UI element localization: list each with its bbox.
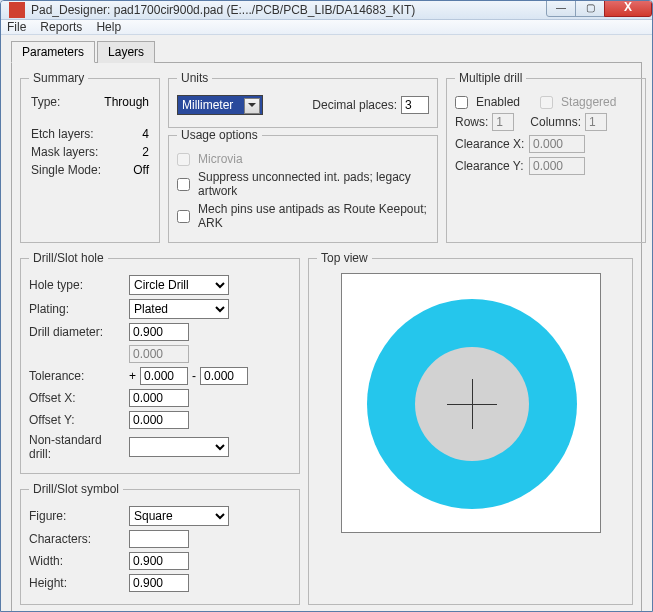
enabled-checkbox[interactable] [455, 96, 468, 109]
menu-help[interactable]: Help [96, 20, 121, 34]
titlebar[interactable]: Pad_Designer: pad1700cir900d.pad (E:.../… [1, 1, 652, 20]
tab-panel: Summary Type:Through Etch layers:4 Mask … [11, 62, 642, 612]
tab-parameters[interactable]: Parameters [11, 41, 95, 63]
app-window: Pad_Designer: pad1700cir900d.pad (E:.../… [0, 0, 653, 612]
figure-label: Figure: [29, 509, 125, 523]
height-input[interactable] [129, 574, 189, 592]
single-label: Single Mode: [31, 163, 101, 177]
plating-label: Plating: [29, 302, 125, 316]
minimize-button[interactable]: — [546, 0, 576, 17]
offy-label: Offset Y: [29, 413, 125, 427]
staggered-label: Staggered [561, 95, 616, 109]
microvia-checkbox [177, 153, 190, 166]
multidrill-group: Multiple drill Enabled Staggered Rows: C… [446, 71, 646, 243]
enabled-label: Enabled [476, 95, 520, 109]
cleary-input [529, 157, 585, 175]
units-select[interactable]: Millimeter [177, 95, 263, 115]
chevron-down-icon [248, 103, 256, 111]
tab-layers[interactable]: Layers [97, 41, 155, 63]
single-value: Off [133, 163, 149, 177]
mask-value: 2 [142, 145, 149, 159]
plating-select[interactable]: Plated [129, 299, 229, 319]
chars-label: Characters: [29, 532, 125, 546]
hole-select[interactable]: Circle Drill [129, 275, 229, 295]
type-value: Through [104, 95, 149, 109]
etch-value: 4 [142, 127, 149, 141]
tab-strip: Parameters Layers [11, 41, 642, 63]
staggered-checkbox [540, 96, 553, 109]
width-input[interactable] [129, 552, 189, 570]
clearx-label: Clearance X: [455, 137, 525, 151]
drill-legend: Drill/Slot hole [29, 251, 108, 265]
height-label: Height: [29, 576, 125, 590]
menubar: File Reports Help [1, 20, 652, 35]
menu-file[interactable]: File [7, 20, 26, 34]
nonstd-select[interactable] [129, 437, 229, 457]
units-legend: Units [177, 71, 212, 85]
usage-legend: Usage options [177, 128, 262, 142]
symbol-legend: Drill/Slot symbol [29, 482, 123, 496]
nonstd-label: Non-standard drill: [29, 433, 125, 461]
type-label: Type: [31, 95, 60, 109]
tol2-input[interactable] [200, 367, 248, 385]
microvia-label: Microvia [198, 152, 243, 166]
decimal-input[interactable] [401, 96, 429, 114]
menu-reports[interactable]: Reports [40, 20, 82, 34]
suppress-checkbox[interactable] [177, 178, 190, 191]
symbol-group: Drill/Slot symbol Figure: Square Charact… [20, 482, 300, 605]
topview-canvas [341, 273, 601, 533]
figure-select[interactable]: Square [129, 506, 229, 526]
summary-group: Summary Type:Through Etch layers:4 Mask … [20, 71, 160, 243]
window-buttons: — ▢ X [547, 0, 652, 19]
rows-input [492, 113, 514, 131]
offx-input[interactable] [129, 389, 189, 407]
mech-checkbox[interactable] [177, 210, 190, 223]
diam2-input [129, 345, 189, 363]
width-label: Width: [29, 554, 125, 568]
tol-label: Tolerance: [29, 369, 125, 383]
close-button[interactable]: X [604, 0, 652, 17]
tol1-input[interactable] [140, 367, 188, 385]
tol-dash: - [192, 369, 196, 383]
cols-input [585, 113, 607, 131]
diam-label: Drill diameter: [29, 325, 125, 339]
etch-label: Etch layers: [31, 127, 94, 141]
hole-label: Hole type: [29, 278, 125, 292]
window-title: Pad_Designer: pad1700cir900d.pad (E:.../… [31, 3, 547, 17]
decimal-label: Decimal places: [312, 98, 397, 112]
units-group: Units Millimeter Decimal places: [168, 71, 438, 128]
mask-label: Mask layers: [31, 145, 98, 159]
summary-legend: Summary [29, 71, 88, 85]
offx-label: Offset X: [29, 391, 125, 405]
app-icon [9, 2, 25, 18]
topview-legend: Top view [317, 251, 372, 265]
suppress-label: Suppress unconnected int. pads; legacy a… [198, 170, 429, 198]
chars-input[interactable] [129, 530, 189, 548]
maximize-button[interactable]: ▢ [575, 0, 605, 17]
cleary-label: Clearance Y: [455, 159, 525, 173]
multidrill-legend: Multiple drill [455, 71, 526, 85]
usage-group: Usage options Microvia Suppress unconnec… [168, 128, 438, 243]
units-value: Millimeter [182, 98, 233, 112]
drill-group: Drill/Slot hole Hole type: Circle Drill … [20, 251, 300, 474]
crosshair-icon [472, 379, 473, 429]
clearx-input [529, 135, 585, 153]
rows-label: Rows: [455, 115, 488, 129]
offy-input[interactable] [129, 411, 189, 429]
tol-plus: + [129, 369, 136, 383]
topview-group: Top view [308, 251, 633, 605]
client-area: Parameters Layers Summary Type:Through E… [1, 35, 652, 612]
cols-label: Columns: [530, 115, 581, 129]
diam-input[interactable] [129, 323, 189, 341]
mech-label: Mech pins use antipads as Route Keepout;… [198, 202, 429, 230]
